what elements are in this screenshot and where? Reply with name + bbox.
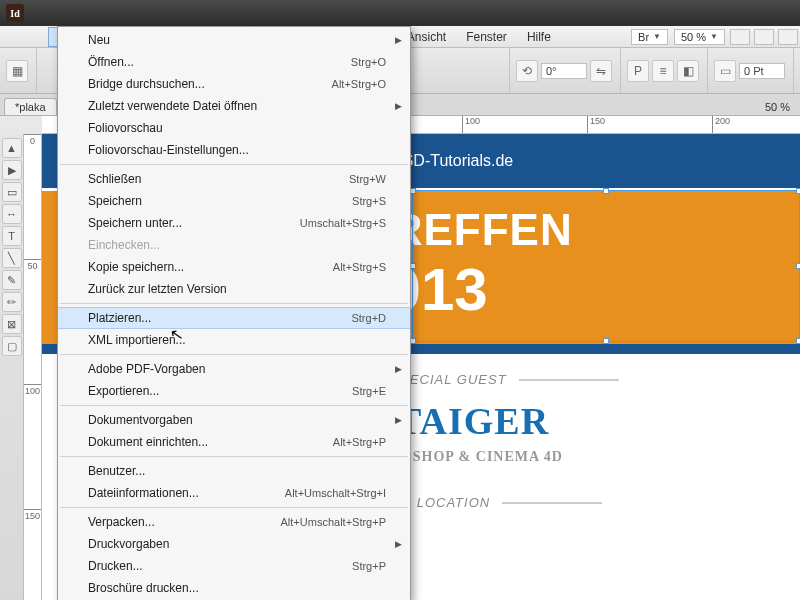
menu-item-label: Druckvorgaben [88,536,386,552]
menu-item-dokumentvorgaben[interactable]: Dokumentvorgaben▶ [58,409,410,431]
arrange-icon[interactable] [754,29,774,45]
menu-item-dokument-einrichten[interactable]: Dokument einrichten...Alt+Strg+P [58,431,410,453]
menu-item-shortcut: Alt+Umschalt+Strg+P [281,514,386,530]
rect-tool[interactable]: ▢ [2,336,22,356]
menu-item-foliovorschau[interactable]: Foliovorschau [58,117,410,139]
menu-item-foliovorschau-einstellungen[interactable]: Foliovorschau-Einstellungen... [58,139,410,161]
submenu-arrow-icon: ▶ [395,361,402,377]
menu-item-adobe-pdf-vorgaben[interactable]: Adobe PDF-Vorgaben▶ [58,358,410,380]
menu-item-shortcut: Strg+E [352,383,386,399]
menu-item-speichern-unter[interactable]: Speichern unter...Umschalt+Strg+S [58,212,410,234]
menu-fenster[interactable]: Fenster [456,27,517,47]
direct-select-tool[interactable]: ▶ [2,160,22,180]
menu-item-label: Benutzer... [88,463,386,479]
workspace-icon[interactable] [778,29,798,45]
menu-item-xml-importieren[interactable]: XML importieren... [58,329,410,351]
submenu-arrow-icon: ▶ [395,98,402,114]
menu-item-label: Bridge durchsuchen... [88,76,332,92]
app-icon: Id [6,4,24,22]
menu-item-shortcut: Strg+O [351,54,386,70]
menu-item-label: Neu [88,32,386,48]
page-tool[interactable]: ▭ [2,182,22,202]
selection-tool[interactable]: ▲ [2,138,22,158]
menu-item-label: Broschüre drucken... [88,580,386,596]
menu-divider [60,456,408,457]
stroke-icon[interactable]: ▭ [714,60,736,82]
menu-item-shortcut: Alt+Strg+O [332,76,386,92]
menu-item-speichern[interactable]: SpeichernStrg+S [58,190,410,212]
menu-item-label: Zurück zur letzten Version [88,281,386,297]
gap-tool[interactable]: ↔ [2,204,22,224]
submenu-arrow-icon: ▶ [395,412,402,428]
menu-item-label: Zuletzt verwendete Datei öffnen [88,98,386,114]
menu-item-zur-ck-zur-letzten-version[interactable]: Zurück zur letzten Version [58,278,410,300]
document-tab[interactable]: *plaka [4,98,57,115]
menu-item-label: Kopie speichern... [88,259,333,275]
menu-item-shortcut: Strg+P [352,558,386,574]
menu-item-shortcut: Strg+W [349,171,386,187]
menu-item-exportieren[interactable]: Exportieren...Strg+E [58,380,410,402]
menu-item-shortcut: Alt+Umschalt+Strg+I [285,485,386,501]
menu-divider [60,303,408,304]
type-tool[interactable]: T [2,226,22,246]
menu-divider [60,354,408,355]
menu-item-einchecken: Einchecken... [58,234,410,256]
menu-item-verpacken[interactable]: Verpacken...Alt+Umschalt+Strg+P [58,511,410,533]
menu-item-label: Dokumentvorgaben [88,412,386,428]
screen-mode-icon[interactable] [730,29,750,45]
menu-item-label: Verpacken... [88,514,281,530]
flip-h-icon[interactable]: ⇋ [590,60,612,82]
menu-divider [60,164,408,165]
menu-item-label: Schließen [88,171,349,187]
menu-item-shortcut: Strg+S [352,193,386,209]
menu-item-label: Öffnen... [88,54,351,70]
menu-item-label: XML importieren... [88,332,386,348]
reference-point-icon[interactable]: ▦ [6,60,28,82]
wrap-icon[interactable]: ◧ [677,60,699,82]
rotate-icon[interactable]: ⟲ [516,60,538,82]
menu-item-label: Exportieren... [88,383,352,399]
char-icon[interactable]: P [627,60,649,82]
menu-item-zuletzt-verwendete-datei-ffnen[interactable]: Zuletzt verwendete Datei öffnen▶ [58,95,410,117]
menu-item-schlie-en[interactable]: SchließenStrg+W [58,168,410,190]
menu-hilfe[interactable]: Hilfe [517,27,561,47]
menu-item-benutzer[interactable]: Benutzer... [58,460,410,482]
menu-item-kopie-speichern[interactable]: Kopie speichern...Alt+Strg+S [58,256,410,278]
bridge-button[interactable]: Br▼ [631,29,668,45]
tools-panel: ▲ ▶ ▭ ↔ T ╲ ✎ ✏ ⊠ ▢ [0,134,24,600]
menu-item-label: Drucken... [88,558,352,574]
pencil-tool[interactable]: ✏ [2,292,22,312]
menu-item-label: Einchecken... [88,237,386,253]
menu-item-dateiinformationen[interactable]: Dateiinformationen...Alt+Umschalt+Strg+I [58,482,410,504]
menu-item-drucken[interactable]: Drucken...Strg+P [58,555,410,577]
pen-tool[interactable]: ✎ [2,270,22,290]
submenu-arrow-icon: ▶ [395,536,402,552]
menu-item-druckvorgaben[interactable]: Druckvorgaben▶ [58,533,410,555]
menu-divider [60,405,408,406]
menu-divider [60,507,408,508]
menu-item-label: Dateiinformationen... [88,485,285,501]
submenu-arrow-icon: ▶ [395,32,402,48]
menu-item-shortcut: Alt+Strg+P [333,434,386,450]
ruler-vertical: 0 50 100 150 [24,134,42,600]
menu-item-bridge-durchsuchen[interactable]: Bridge durchsuchen...Alt+Strg+O [58,73,410,95]
menu-item-ffnen[interactable]: Öffnen...Strg+O [58,51,410,73]
menu-item-neu[interactable]: Neu▶ [58,29,410,51]
menu-item-label: Foliovorschau-Einstellungen... [88,142,386,158]
rect-frame-tool[interactable]: ⊠ [2,314,22,334]
zoom-field[interactable]: 50 %▼ [674,29,725,45]
menu-item-label: Adobe PDF-Vorgaben [88,361,386,377]
menu-item-brosch-re-drucken[interactable]: Broschüre drucken... [58,577,410,599]
menu-item-label: Foliovorschau [88,120,386,136]
menu-item-label: Platzieren... [88,310,351,326]
align-icon[interactable]: ≡ [652,60,674,82]
menu-item-shortcut: Strg+D [351,310,386,326]
line-tool[interactable]: ╲ [2,248,22,268]
menu-item-platzieren[interactable]: Platzieren...Strg+D [58,307,410,329]
menu-item-label: Speichern [88,193,352,209]
angle-field[interactable]: 0° [541,63,587,79]
stroke-weight-field[interactable]: 0 Pt [739,63,785,79]
menu-item-shortcut: Umschalt+Strg+S [300,215,386,231]
menu-item-label: Dokument einrichten... [88,434,333,450]
tab-zoom: 50 % [755,99,800,115]
